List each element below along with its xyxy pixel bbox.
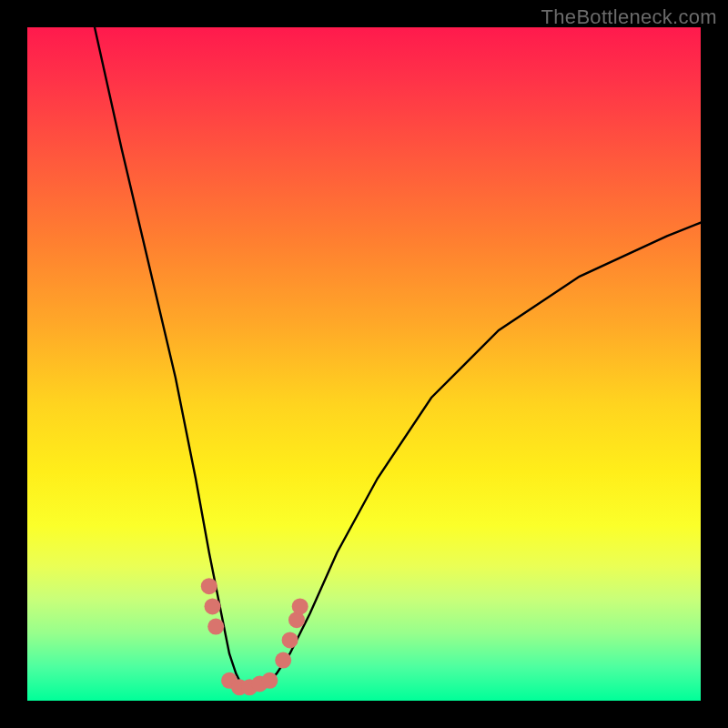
curve-svg	[27, 27, 701, 701]
highlight-dot	[205, 598, 221, 614]
bottleneck-curve	[95, 27, 701, 687]
highlight-dot	[201, 578, 217, 594]
highlight-dot	[207, 619, 224, 635]
watermark-text: TheBottleneck.com	[541, 5, 717, 29]
chart-frame: TheBottleneck.com	[0, 0, 728, 728]
highlight-dot	[292, 598, 308, 614]
highlight-dot	[275, 652, 291, 669]
plot-area	[27, 27, 701, 701]
highlight-dot	[282, 632, 298, 648]
highlight-dot	[261, 672, 278, 689]
